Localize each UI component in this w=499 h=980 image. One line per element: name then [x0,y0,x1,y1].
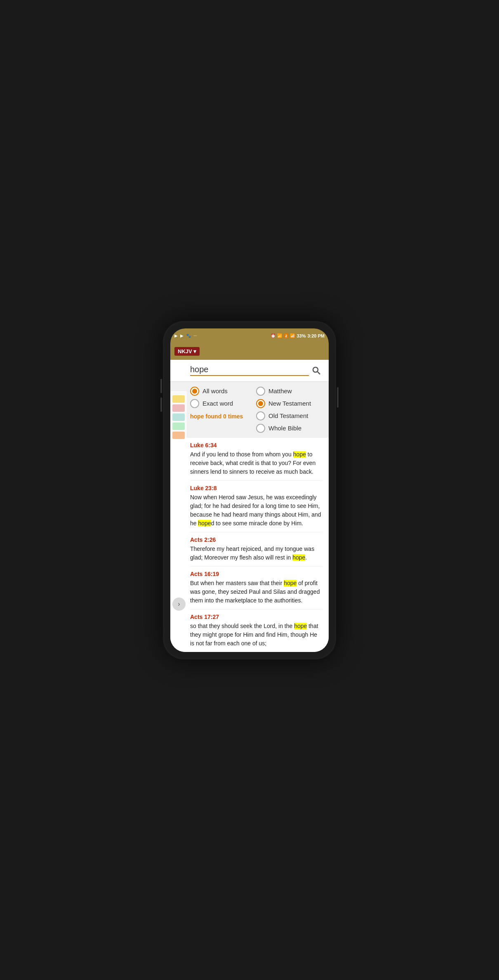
nav-arrow[interactable]: › [172,597,186,611]
whole-bible-radio[interactable] [256,424,265,433]
result-ref-acts-16-19: Acts 16:19 [190,571,323,577]
result-item-luke-6-34[interactable]: Luke 6:34 And if you lend to those from … [190,438,323,481]
exact-word-radio[interactable] [190,399,199,408]
all-words-radio-fill [192,389,197,394]
tag-yellow [172,395,185,403]
result-text-acts-17-27: so that they should seek the Lord, in th… [190,622,323,648]
exact-word-option[interactable]: Exact word [190,399,256,408]
notification-badge: 2 [284,333,288,338]
tag-green [172,423,185,430]
version-selector[interactable]: NKJV ▾ [174,347,200,356]
new-testament-label: New Testament [268,400,311,407]
battery-text: 33% [297,333,306,338]
power-button[interactable] [337,387,339,408]
highlight-hope-3: hope [284,580,297,586]
results-list[interactable]: Luke 6:34 And if you lend to those from … [170,438,329,652]
highlight-hoped: hope [198,520,211,527]
dropdown-arrow: ▾ [193,348,196,354]
all-words-label: All words [202,387,228,394]
result-item-acts-16-19[interactable]: Acts 16:19 But when her masters saw that… [190,567,323,609]
highlight-hope: hope [293,451,306,458]
result-ref-acts-17-27: Acts 17:27 [190,614,323,620]
time-display: 3:20 PM [307,333,325,338]
matthew-option[interactable]: Matthew [256,387,322,396]
phone-frame: ▶ ▶ 🐾 ··· ⏰ 📶 2 📶 33% 3:20 PM NKJV ▾ [163,321,336,659]
wifi-icon: 📶 [277,333,282,338]
side-panel [170,391,187,652]
search-button[interactable] [309,363,324,378]
matthew-label: Matthew [268,387,292,394]
result-text-luke-23-8: Now when Herod saw Jesus, he was exceedi… [190,493,323,528]
result-ref-luke-23-8: Luke 23:8 [190,485,323,491]
highlight-hope-2: hope [292,554,305,561]
whole-bible-option[interactable]: Whole Bible [256,424,322,433]
old-testament-label: Old Testament [268,412,308,419]
volume-down-button[interactable] [160,397,162,412]
app-header: NKJV ▾ [170,343,329,360]
new-testament-radio[interactable] [256,399,265,408]
scope-filter-group: Matthew New Testament Old Testament [256,387,322,433]
signal-icon: 📶 [290,333,295,338]
status-bar: ▶ ▶ 🐾 ··· ⏰ 📶 2 📶 33% 3:20 PM [170,328,329,343]
status-bar-right: ⏰ 📶 2 📶 33% 3:20 PM [271,333,325,338]
new-testament-radio-fill [258,401,263,406]
alarm-icon: ⏰ [271,333,275,338]
highlight-hope-4: hope [294,623,307,629]
result-ref-acts-2-26: Acts 2:26 [190,536,323,543]
new-testament-option[interactable]: New Testament [256,399,322,408]
all-words-option[interactable]: All words [190,387,256,396]
found-count: hope found 0 times [190,413,256,420]
version-label: NKJV [178,348,192,354]
svg-point-0 [313,367,318,372]
search-input[interactable] [190,365,309,376]
result-text-acts-16-19: But when her masters saw that their hope… [190,579,323,605]
word-filter-group: All words Exact word hope found 0 times [190,387,256,433]
svg-line-1 [318,372,320,374]
result-ref-luke-6-34: Luke 6:34 [190,442,323,449]
tag-teal [172,413,185,421]
old-testament-option[interactable]: Old Testament [256,411,322,420]
result-item-luke-23-8[interactable]: Luke 23:8 Now when Herod saw Jesus, he w… [190,481,323,532]
result-text-acts-2-26: Therefore my heart rejoiced, and my tong… [190,545,323,562]
exact-word-label: Exact word [202,400,233,407]
phone-screen: ▶ ▶ 🐾 ··· ⏰ 📶 2 📶 33% 3:20 PM NKJV ▾ [170,328,329,652]
tag-orange [172,432,185,439]
status-bar-left: ▶ ▶ 🐾 ··· [174,333,197,338]
result-item-acts-2-26[interactable]: Acts 2:26 Therefore my heart rejoiced, a… [190,532,323,567]
result-item-acts-17-27[interactable]: Acts 17:27 so that they should seek the … [190,609,323,652]
filter-panel: All words Exact word hope found 0 times … [170,382,329,438]
volume-up-button[interactable] [160,379,162,393]
all-words-radio[interactable] [190,387,199,396]
search-bar [170,360,329,382]
tag-pink [172,404,185,412]
matthew-radio[interactable] [256,387,265,396]
old-testament-radio[interactable] [256,411,265,420]
whole-bible-label: Whole Bible [268,425,301,432]
result-text-luke-6-34: And if you lend to those from whom you h… [190,450,323,476]
screen-content: All words Exact word hope found 0 times … [170,360,329,652]
